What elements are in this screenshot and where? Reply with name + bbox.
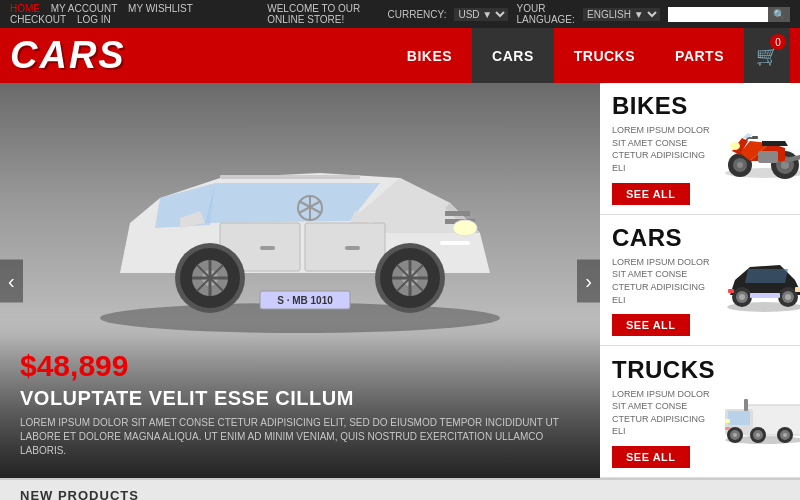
svg-rect-40 <box>758 151 778 163</box>
bikes-panel-title: BIKES <box>612 92 715 120</box>
svg-rect-50 <box>728 289 734 293</box>
trucks-panel: TRUCKS LOREM IPSUM DOLOR SIT AMET CONSE … <box>600 346 800 478</box>
nav-checkout[interactable]: CHECKOUT <box>10 14 66 25</box>
top-nav-links: HOME MY ACCOUNT MY WISHLIST CHECKOUT LOG… <box>10 3 267 25</box>
nav-wishlist[interactable]: MY WISHLIST <box>128 3 193 14</box>
nav-trucks[interactable]: TRUCKS <box>554 28 655 83</box>
cars-panel-desc: LOREM IPSUM DOLOR SIT AMET CONSE CTETUR … <box>612 256 715 306</box>
slider-next-button[interactable]: › <box>577 259 600 302</box>
svg-rect-39 <box>752 136 758 139</box>
cars-panel-title: CARS <box>612 224 715 252</box>
trucks-panel-content: TRUCKS LOREM IPSUM DOLOR SIT AMET CONSE … <box>612 356 715 468</box>
cars-panel-image <box>720 245 800 315</box>
bikes-panel-desc: LOREM IPSUM DOLOR SIT AMET CONSE CTETUR … <box>612 124 715 174</box>
trucks-panel-desc: LOREM IPSUM DOLOR SIT AMET CONSE CTETUR … <box>612 388 715 438</box>
svg-point-27 <box>453 220 477 236</box>
welcome-text: WELCOME TO OUR ONLINE STORE! <box>267 3 379 25</box>
hero-description: LOREM IPSUM DOLOR SIT AMET CONSE CTETUR … <box>20 416 570 458</box>
svg-point-64 <box>783 433 787 437</box>
trucks-panel-title: TRUCKS <box>612 356 715 384</box>
bikes-panel: BIKES LOREM IPSUM DOLOR SIT AMET CONSE C… <box>600 83 800 215</box>
nav-cars[interactable]: CARS <box>472 28 554 83</box>
svg-rect-55 <box>728 411 750 425</box>
new-products-label: NEW PRODUCTS <box>20 488 139 500</box>
svg-rect-66 <box>725 427 730 430</box>
hero-price: $48,899 <box>20 349 580 383</box>
svg-rect-30 <box>440 241 470 245</box>
currency-label: CURRENCY: <box>388 9 447 20</box>
cars-panel: CARS LOREM IPSUM DOLOR SIT AMET CONSE CT… <box>600 215 800 347</box>
hero-car-image: S · MB 1010 <box>60 103 540 343</box>
svg-text:S · MB 1010: S · MB 1010 <box>277 295 333 306</box>
svg-rect-4 <box>345 246 360 250</box>
hero-slider: S · MB 1010 ‹ › $48,899 VOLUPTATE VELIT … <box>0 83 600 478</box>
svg-rect-49 <box>795 287 800 292</box>
trucks-panel-image <box>720 377 800 447</box>
svg-rect-25 <box>445 211 470 216</box>
cars-panel-content: CARS LOREM IPSUM DOLOR SIT AMET CONSE CT… <box>612 224 715 336</box>
nav-home[interactable]: HOME <box>10 3 40 14</box>
language-select[interactable]: ENGLISH ▼ <box>583 8 660 21</box>
main-content: S · MB 1010 ‹ › $48,899 VOLUPTATE VELIT … <box>0 83 800 478</box>
svg-point-41 <box>730 142 740 150</box>
search-box: 🔍 <box>668 7 790 22</box>
bottom-bar: NEW PRODUCTS <box>0 478 800 500</box>
svg-rect-51 <box>750 293 780 298</box>
nav-bikes[interactable]: BIKES <box>387 28 472 83</box>
currency-select[interactable]: USD ▼ <box>454 8 508 21</box>
bikes-panel-content: BIKES LOREM IPSUM DOLOR SIT AMET CONSE C… <box>612 92 715 204</box>
hero-overlay: $48,899 VOLUPTATE VELIT ESSE CILLUM LORE… <box>0 334 600 478</box>
top-bar-right: WELCOME TO OUR ONLINE STORE! CURRENCY: U… <box>267 3 790 25</box>
svg-rect-31 <box>220 175 360 179</box>
bikes-see-all-button[interactable]: SEE ALL <box>612 183 690 205</box>
cars-see-all-button[interactable]: SEE ALL <box>612 314 690 336</box>
site-logo: CARS <box>10 34 387 77</box>
header: CARS BIKES CARS TRUCKS PARTS 🛒 0 <box>0 28 800 83</box>
svg-point-61 <box>756 433 760 437</box>
search-button[interactable]: 🔍 <box>768 7 790 22</box>
trucks-see-all-button[interactable]: SEE ALL <box>612 446 690 468</box>
main-nav: BIKES CARS TRUCKS PARTS <box>387 28 744 83</box>
svg-rect-67 <box>744 399 748 411</box>
nav-account[interactable]: MY ACCOUNT <box>51 3 118 14</box>
nav-login[interactable]: LOG IN <box>77 14 111 25</box>
svg-point-45 <box>739 294 745 300</box>
svg-point-38 <box>737 162 743 168</box>
svg-rect-2 <box>305 223 385 271</box>
slider-prev-button[interactable]: ‹ <box>0 259 23 302</box>
svg-point-58 <box>733 433 737 437</box>
language-label: YOUR LANGUAGE: <box>516 3 575 25</box>
nav-parts[interactable]: PARTS <box>655 28 744 83</box>
svg-point-48 <box>785 294 791 300</box>
top-bar: HOME MY ACCOUNT MY WISHLIST CHECKOUT LOG… <box>0 0 800 28</box>
svg-rect-3 <box>260 246 275 250</box>
bikes-panel-image <box>720 113 800 183</box>
search-input[interactable] <box>668 7 768 22</box>
right-panels: BIKES LOREM IPSUM DOLOR SIT AMET CONSE C… <box>600 83 800 478</box>
svg-rect-65 <box>725 419 730 423</box>
hero-title: VOLUPTATE VELIT ESSE CILLUM <box>20 387 580 410</box>
cart-count: 0 <box>770 34 786 50</box>
cart-button[interactable]: 🛒 0 <box>744 28 790 83</box>
